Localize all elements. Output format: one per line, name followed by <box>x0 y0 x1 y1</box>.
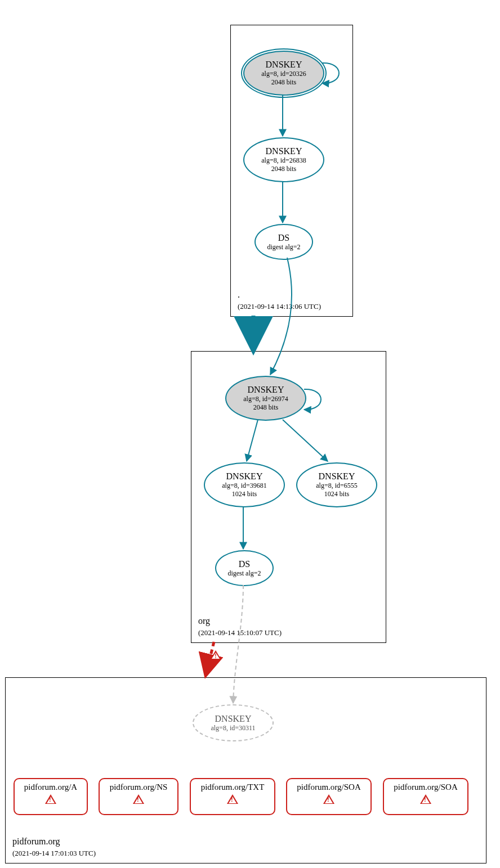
zone-pidforum-label: pidforum.org (2021-09-14 17:01:03 UTC) <box>12 836 96 858</box>
node-title: DNSKEY <box>319 471 355 482</box>
warning-icon: ! <box>210 650 221 660</box>
node-sub1: alg=8, id=6555 <box>316 482 358 490</box>
node-sub1: digest alg=2 <box>267 243 300 251</box>
zone-org-label: org (2021-09-14 15:10:07 UTC) <box>198 615 282 638</box>
node-title: DNSKEY <box>248 385 284 395</box>
node-sub2: 2048 bits <box>253 403 278 412</box>
node-title: DNSKEY <box>215 714 252 724</box>
zone-org-name: org <box>198 616 210 626</box>
warning-icon: ! <box>323 794 334 804</box>
node-sub2: 2048 bits <box>271 78 296 87</box>
node-title: DS <box>239 559 250 569</box>
rr-soa2: pidforum.org/SOA ! <box>383 778 468 815</box>
rr-soa1: pidforum.org/SOA ! <box>286 778 372 815</box>
node-sub1: alg=8, id=26838 <box>261 156 306 165</box>
rr-txt: pidforum.org/TXT ! <box>190 778 275 815</box>
node-root-zsk: DNSKEY alg=8, id=26838 2048 bits <box>243 137 324 182</box>
zone-root-name: . <box>238 290 240 299</box>
node-sub1: alg=8, id=26974 <box>243 395 288 403</box>
node-title: DNSKEY <box>266 60 302 70</box>
svg-text:!: ! <box>215 653 216 659</box>
zone-root-label: . (2021-09-14 14:13:06 UTC) <box>238 289 321 312</box>
node-sub1: digest alg=2 <box>227 569 261 578</box>
rr-soa2-label: pidforum.org/SOA <box>384 782 467 792</box>
warning-icon: ! <box>45 794 56 804</box>
rr-a-label: pidforum.org/A <box>15 782 87 792</box>
node-sub2: 2048 bits <box>271 165 296 173</box>
rr-txt-label: pidforum.org/TXT <box>191 782 274 792</box>
node-root-ksk: DNSKEY alg=8, id=20326 2048 bits <box>243 51 324 96</box>
edge-delegation-org-pidforum <box>206 642 214 674</box>
node-sub2: 1024 bits <box>324 490 349 498</box>
warning-icon: ! <box>227 794 238 804</box>
node-root-ds: DS digest alg=2 <box>255 224 313 260</box>
zone-pidforum-ts: (2021-09-14 17:01:03 UTC) <box>12 849 96 857</box>
node-title: DNSKEY <box>266 146 302 156</box>
zone-root-ts: (2021-09-14 14:13:06 UTC) <box>238 302 321 311</box>
node-title: DS <box>278 233 289 243</box>
rr-soa1-label: pidforum.org/SOA <box>287 782 370 792</box>
node-org-zsk2: DNSKEY alg=8, id=6555 1024 bits <box>296 462 377 507</box>
node-sub2: 1024 bits <box>232 490 257 498</box>
node-sub1: alg=8, id=20326 <box>261 70 306 78</box>
rr-ns-label: pidforum.org/NS <box>100 782 177 792</box>
zone-pidforum-name: pidforum.org <box>12 836 60 846</box>
node-sub1: alg=8, id=39681 <box>222 482 267 490</box>
node-title: DNSKEY <box>226 471 263 482</box>
warning-icon: ! <box>420 794 431 804</box>
warning-icon: ! <box>133 794 144 804</box>
node-org-zsk1: DNSKEY alg=8, id=39681 1024 bits <box>204 462 285 507</box>
rr-a: pidforum.org/A ! <box>14 778 88 815</box>
node-org-ksk: DNSKEY alg=8, id=26974 2048 bits <box>225 376 306 421</box>
rr-ns: pidforum.org/NS ! <box>99 778 178 815</box>
node-pid-dnskey: DNSKEY alg=8, id=30311 <box>193 704 274 741</box>
zone-org-ts: (2021-09-14 15:10:07 UTC) <box>198 628 282 637</box>
node-org-ds: DS digest alg=2 <box>215 550 274 586</box>
node-sub1: alg=8, id=30311 <box>211 724 255 732</box>
